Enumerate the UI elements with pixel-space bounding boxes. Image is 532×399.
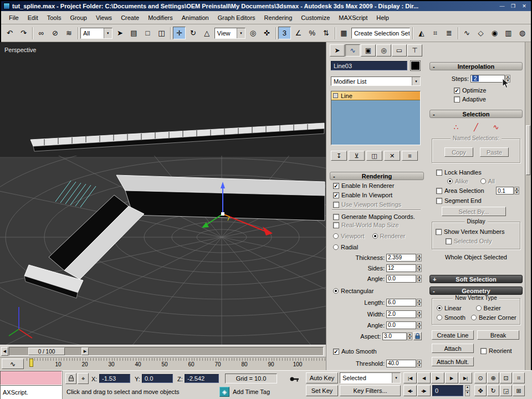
area-selection-checkbox[interactable]: [436, 188, 442, 194]
time-tag-icon[interactable]: ◈: [219, 387, 229, 397]
menu-animation[interactable]: Animation: [177, 12, 213, 23]
show-end-result-button[interactable]: ⊻: [349, 151, 365, 161]
zoom-all-button[interactable]: ⊕: [487, 372, 499, 383]
spinner-snap-toggle[interactable]: ⇅: [320, 27, 332, 39]
rectangular-selection-region-button[interactable]: □: [141, 27, 154, 39]
key-filter-set-dropdown[interactable]: Selected ▼: [340, 372, 401, 383]
spinner-up-icon[interactable]: ▴: [417, 360, 422, 364]
configure-modifier-sets-button[interactable]: ≡: [402, 151, 418, 161]
rectangular-radio[interactable]: [333, 288, 339, 294]
spinner-up-icon[interactable]: ▴: [417, 275, 422, 279]
menu-help[interactable]: Help: [372, 12, 393, 23]
snap-toggle-3d[interactable]: 3: [278, 27, 291, 39]
threshold-field[interactable]: 40.0: [386, 360, 416, 367]
x-coordinate-field[interactable]: -1.53: [99, 374, 130, 383]
frame-spinner[interactable]: ▴▾: [465, 385, 470, 396]
adaptive-checkbox[interactable]: [454, 96, 460, 103]
vertex-sub-object-button[interactable]: ∴: [450, 122, 462, 132]
key-filters-button[interactable]: Key Filters...: [340, 385, 401, 396]
chevron-down-icon[interactable]: ▼: [412, 77, 420, 85]
spinner-up-icon[interactable]: ▴: [417, 310, 422, 314]
spinner-down-icon[interactable]: ▾: [417, 303, 422, 306]
spinner-up-icon[interactable]: ▴: [417, 321, 422, 325]
angle-spinner[interactable]: ▴▾: [417, 275, 422, 283]
object-color-swatch[interactable]: [411, 61, 420, 70]
next-frame-button[interactable]: ▶: [445, 372, 458, 383]
pin-stack-button[interactable]: ↧: [331, 151, 347, 161]
menu-create[interactable]: Create: [116, 12, 144, 23]
select-and-scale-button[interactable]: △: [201, 27, 213, 39]
select-by-button[interactable]: Select By...: [442, 207, 506, 216]
stack-item-line[interactable]: Line: [331, 91, 420, 100]
spinner-down-icon[interactable]: ▾: [417, 364, 422, 367]
chevron-down-icon[interactable]: ▼: [392, 373, 400, 383]
attach-button[interactable]: Attach: [432, 344, 474, 353]
render-button[interactable]: ◍: [516, 27, 529, 39]
tab-display[interactable]: ▭: [392, 44, 407, 57]
thickness-spinner[interactable]: ▴▾: [417, 254, 422, 262]
attach-mult-button[interactable]: Attach Mult.: [432, 357, 474, 366]
remove-modifier-button[interactable]: ✕: [384, 151, 400, 161]
sides-field[interactable]: 12: [386, 264, 416, 272]
radial-radio[interactable]: [333, 244, 339, 250]
maximize-button[interactable]: ❐: [509, 3, 518, 9]
enable-in-viewport-checkbox[interactable]: ✓: [333, 192, 339, 198]
use-viewport-settings-checkbox[interactable]: [333, 202, 339, 208]
width-field[interactable]: 2.0: [386, 310, 416, 318]
tab-utilities[interactable]: ⊤: [407, 44, 422, 57]
angle-snap-toggle[interactable]: ∠: [292, 27, 305, 39]
real-world-checkbox[interactable]: [333, 222, 339, 228]
spinner-down-icon[interactable]: ▾: [417, 325, 422, 329]
dolly-button[interactable]: ◲: [500, 385, 512, 396]
show-vertex-numbers-checkbox[interactable]: [436, 229, 442, 235]
bezier-radio[interactable]: [476, 305, 482, 311]
spinner-down-icon[interactable]: ▾: [514, 191, 519, 195]
track-ruler[interactable]: 10 20 30 40 50 60 70 80 90 100: [27, 357, 326, 371]
tab-motion[interactable]: ◎: [376, 44, 391, 57]
time-slider-next-arrow[interactable]: ▶: [81, 347, 89, 355]
material-editor-button[interactable]: ◉: [488, 27, 501, 39]
generate-mapping-checkbox[interactable]: [333, 214, 339, 220]
undo-button[interactable]: ↶: [3, 27, 16, 39]
segment-end-checkbox[interactable]: [436, 198, 442, 204]
zoom-extents-button[interactable]: ⊡: [500, 372, 512, 383]
length-spinner[interactable]: ▴▾: [417, 299, 422, 306]
segment-sub-object-button[interactable]: ╱: [470, 122, 482, 132]
arc-rotate-button[interactable]: ↻: [487, 385, 499, 396]
selection-filter-dropdown[interactable]: All ▼: [80, 28, 112, 39]
selected-only-checkbox[interactable]: [446, 238, 452, 244]
select-by-name-button[interactable]: ▤: [127, 27, 140, 39]
menu-group[interactable]: Group: [65, 12, 91, 23]
close-button[interactable]: ✕: [520, 3, 529, 9]
viewport-canvas[interactable]: [0, 42, 326, 345]
alike-radio[interactable]: [447, 178, 453, 184]
key-mode-icon[interactable]: [289, 375, 300, 384]
chevron-down-icon[interactable]: ▼: [237, 28, 245, 38]
select-and-link-button[interactable]: ∞: [35, 27, 48, 39]
spinner-down-icon[interactable]: ▾: [417, 268, 422, 272]
steps-field[interactable]: 2: [470, 75, 505, 83]
aspect-spinner[interactable]: ▴▾: [407, 332, 412, 340]
perspective-viewport[interactable]: Perspective: [0, 42, 326, 345]
aspect-lock-button[interactable]: [413, 332, 422, 340]
time-slider-prev-arrow[interactable]: ◀: [1, 347, 8, 356]
spinner-up-icon[interactable]: ▴: [465, 385, 470, 391]
listener-macro-row[interactable]: [0, 371, 62, 385]
spline-sub-object-button[interactable]: ∿: [490, 122, 502, 132]
bezier-corner-radio[interactable]: [471, 315, 477, 320]
absolute-offset-toggle[interactable]: ⌖: [78, 373, 89, 384]
geometry-rollout-header[interactable]: - Geometry: [429, 287, 523, 295]
modifier-stack[interactable]: Line: [331, 91, 421, 145]
y-coordinate-field[interactable]: 0.0: [142, 374, 173, 383]
rendering-rollout-header[interactable]: - Rendering: [330, 172, 424, 180]
menu-rendering[interactable]: Rendering: [260, 12, 297, 23]
create-line-button[interactable]: Create Line: [432, 330, 474, 340]
set-key-button[interactable]: Set Key: [306, 385, 338, 396]
menu-modifiers[interactable]: Modifiers: [144, 12, 177, 23]
spinner-down-icon[interactable]: ▾: [417, 258, 422, 262]
percent-snap-toggle[interactable]: %: [306, 27, 319, 39]
menu-file[interactable]: File: [4, 12, 23, 23]
interpolation-rollout-header[interactable]: - Interpolation: [429, 62, 523, 70]
angle2-field[interactable]: 0.0: [386, 321, 416, 329]
modifier-list-dropdown[interactable]: Modifier List ▼: [331, 76, 421, 86]
